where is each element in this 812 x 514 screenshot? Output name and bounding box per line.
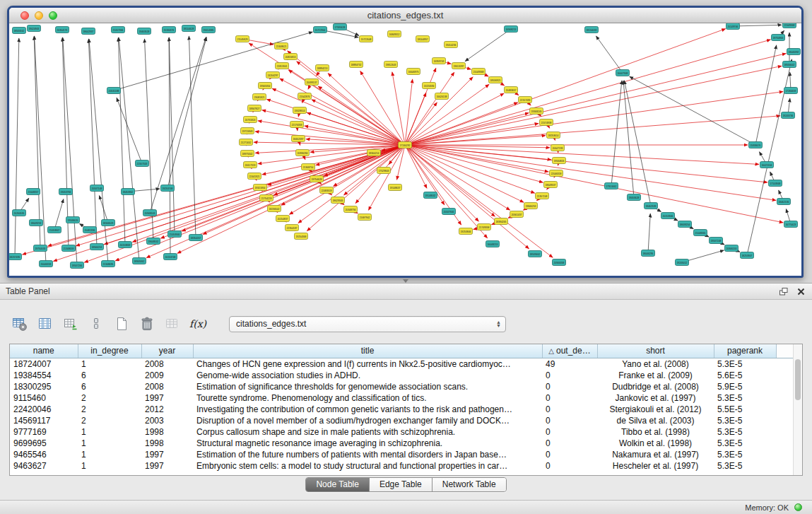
cell-pagerank[interactable]: 5.3E-5: [714, 358, 776, 370]
cell-year[interactable]: 1997: [141, 460, 193, 472]
graph-node[interactable]: 18046295: [642, 250, 655, 257]
graph-node[interactable]: 19754628: [310, 176, 324, 182]
graph-node[interactable]: 18536921: [489, 77, 502, 83]
cell-title[interactable]: Disruption of a novel member of a sodium…: [193, 415, 542, 426]
graph-node[interactable]: 19253846: [459, 228, 473, 235]
graph-node[interactable]: 18642937: [82, 28, 95, 35]
cell-name[interactable]: 9465546: [10, 449, 78, 460]
cell-in-degree[interactable]: 1: [78, 438, 141, 449]
graph-node[interactable]: 20948163: [143, 210, 157, 216]
cell-short[interactable]: Stergiakouli et al. (2012): [597, 404, 714, 415]
graph-node[interactable]: 20561437: [510, 211, 524, 218]
graph-node[interactable]: 19648532: [147, 238, 160, 245]
window-titlebar[interactable]: citations_edges.txt: [9, 8, 801, 23]
graph-node[interactable]: 21357248: [536, 193, 549, 199]
column-header-short[interactable]: short: [597, 344, 714, 358]
graph-node[interactable]: 16447948: [616, 70, 630, 76]
table-row[interactable]: 969969511998Structural magnetic resonanc…: [10, 438, 794, 449]
cell-out-degree[interactable]: 49: [542, 358, 597, 370]
close-panel-icon[interactable]: [797, 288, 805, 296]
graph-node[interactable]: 19715943: [241, 128, 254, 134]
graph-node[interactable]: 16626138: [435, 93, 449, 100]
cell-title[interactable]: Tourette syndrome. Phenomenology and cla…: [193, 392, 542, 404]
graph-node[interactable]: 18894732: [350, 62, 363, 68]
cell-year[interactable]: 2008: [141, 381, 193, 392]
cell-title[interactable]: Corpus callosum shape and size in male p…: [193, 426, 542, 438]
graph-node[interactable]: 20946153: [725, 245, 739, 252]
cell-short[interactable]: Wolkin et al. (1998): [597, 438, 714, 449]
cell-year[interactable]: 1997: [141, 392, 193, 404]
cell-in-degree[interactable]: 1: [78, 460, 141, 472]
table-row[interactable]: 1872400712008Changes of HCN gene express…: [10, 358, 794, 370]
cell-title[interactable]: Genome-wide association studies in ADHD.: [193, 370, 542, 381]
graph-node[interactable]: 20483657: [505, 87, 518, 93]
cell-name[interactable]: 9463627: [10, 460, 78, 472]
graph-node[interactable]: 20354176: [56, 27, 69, 33]
graph-node[interactable]: 18046392: [787, 49, 801, 55]
table-scrollbar[interactable]: [793, 344, 802, 475]
graph-node[interactable]: 19534826: [553, 158, 566, 164]
tab-edge-table[interactable]: Edge Table: [370, 478, 433, 491]
graph-node[interactable]: 16770423: [784, 221, 798, 228]
graph-node[interactable]: 20946358: [553, 259, 566, 266]
graph-node[interactable]: 18300214: [367, 150, 381, 156]
cell-in-degree[interactable]: 6: [78, 381, 141, 392]
cell-short[interactable]: Jankovic et al. (1997): [597, 392, 714, 404]
cell-out-degree[interactable]: 0: [542, 460, 597, 472]
graph-node[interactable]: 20154837: [276, 216, 290, 222]
cell-name[interactable]: 18300295: [10, 381, 78, 392]
graph-node[interactable]: 18946253: [90, 244, 104, 250]
delete-table-icon[interactable]: [137, 315, 157, 333]
tab-node-table[interactable]: Node Table: [306, 478, 370, 491]
function-builder-icon[interactable]: f(x): [188, 315, 208, 333]
cell-out-degree[interactable]: 0: [542, 404, 597, 415]
table-row[interactable]: 977716911998Corpus callosum shape and si…: [10, 426, 794, 438]
graph-node[interactable]: 21574938: [540, 119, 553, 126]
graph-node[interactable]: 20531188: [107, 88, 121, 94]
cell-name[interactable]: 9115460: [10, 392, 78, 404]
cell-pagerank[interactable]: 5.9E-5: [714, 381, 776, 392]
graph-node[interactable]: 22408621: [275, 43, 288, 49]
graph-node[interactable]: 21557343: [136, 160, 149, 167]
cell-pagerank[interactable]: 5.3E-5: [714, 426, 776, 438]
graph-node[interactable]: 16048213: [486, 241, 500, 247]
graph-node[interactable]: 20537946: [442, 209, 456, 215]
graph-node[interactable]: 22157493: [519, 97, 532, 103]
graph-node[interactable]: 21542876: [298, 93, 312, 100]
cell-out-degree[interactable]: 0: [542, 426, 597, 438]
graph-node[interactable]: 20348756: [344, 206, 358, 213]
graph-node[interactable]: 19538426: [66, 217, 80, 223]
graph-node[interactable]: 21754219: [260, 195, 273, 201]
graph-node[interactable]: 18649537: [544, 182, 558, 188]
graph-node[interactable]: 19463528: [138, 28, 151, 35]
graph-node[interactable]: 20815813: [284, 54, 298, 60]
graph-node[interactable]: 19053628: [628, 194, 641, 201]
close-window-button[interactable]: [20, 11, 29, 20]
graph-node[interactable]: 19053784: [59, 189, 73, 195]
graph-node[interactable]: 19254368: [295, 233, 308, 240]
graph-node[interactable]: 19245012: [676, 259, 689, 266]
graph-node[interactable]: 16948213: [505, 26, 518, 33]
graph-node[interactable]: 18975342: [241, 151, 254, 157]
table-row[interactable]: 946554611997Estimation of the future num…: [10, 449, 794, 460]
graph-node[interactable]: 19846253: [524, 203, 538, 209]
graph-node[interactable]: 18346529: [102, 220, 115, 226]
cell-out-degree[interactable]: 0: [542, 392, 597, 404]
graph-node[interactable]: 22046318: [550, 170, 563, 177]
graph-node[interactable]: 20260535: [13, 210, 26, 216]
graph-node[interactable]: 20046318: [40, 261, 53, 267]
cell-out-degree[interactable]: 0: [542, 415, 597, 426]
graph-node[interactable]: 19148637: [389, 185, 402, 191]
graph-node[interactable]: 18253947: [741, 252, 754, 259]
graph-node[interactable]: 20099137: [305, 79, 319, 86]
graph-node[interactable]: 20481936: [83, 227, 97, 233]
graph-node[interactable]: 21048365: [694, 230, 707, 236]
float-panel-icon[interactable]: [779, 287, 789, 296]
graph-node[interactable]: 19328514: [293, 107, 307, 114]
table-row[interactable]: 2242004622012Investigating the contribut…: [10, 404, 794, 415]
cell-in-degree[interactable]: 2: [78, 392, 141, 404]
graph-node[interactable]: 20153869: [119, 242, 132, 248]
cell-out-degree[interactable]: 0: [542, 438, 597, 449]
graph-node[interactable]: 21057384: [112, 27, 125, 33]
graph-node[interactable]: 19368245: [530, 108, 543, 115]
